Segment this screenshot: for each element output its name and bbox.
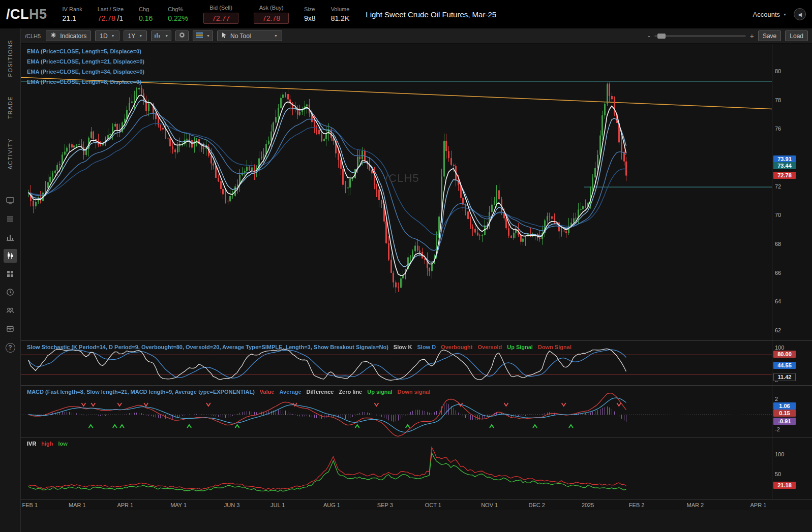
axis-tick-label: 68 [775, 241, 781, 247]
time-axis: FEB 1MAR 1APR 1MAY 1JUN 3JUL 1AUG 1SEP 3… [21, 499, 812, 510]
macd-panel: MACD (Fast length=8, Slow length=21, MAC… [21, 385, 812, 437]
axis-tick-label: 62 [775, 327, 781, 333]
sidebar-tab-trade[interactable]: TRADE [7, 96, 13, 119]
zoom-in-button[interactable]: + [750, 32, 754, 40]
time-axis-label: JUL 1 [270, 502, 285, 508]
chevron-down-icon: ▼ [139, 34, 142, 38]
axis-price-badge: 73.91 [773, 155, 796, 163]
legend-item: Overbought [441, 344, 472, 350]
macd-axis[interactable]: 2-21.060.15-0.91 [772, 386, 812, 437]
chg-pct-value: 0.22% [168, 14, 188, 22]
iv-rank-field: IV Rank 21.1 [63, 6, 82, 22]
chart-gadget: /CLH5 Indicators 1D▼ 1Y▼ ▼ [20, 28, 812, 532]
zoom-out-button[interactable]: - [648, 32, 650, 40]
legend-item: Slow K [394, 344, 412, 350]
ivr-study-row: IVRhighlow [27, 441, 68, 447]
zoom-control: - + [648, 32, 754, 40]
ema-34-label[interactable]: EMA (Price=CLOSE, Length=34, Displace=0) [27, 69, 144, 75]
bar-chart-icon[interactable] [4, 231, 17, 244]
axis-tick-label: 100 [775, 345, 784, 351]
chart-layout-dropdown[interactable]: ▼ [193, 30, 213, 41]
chg-pct-field: Chg% 0.22% [168, 6, 188, 22]
time-axis-label: SEP 3 [377, 502, 393, 508]
study-labels: EMA (Price=CLOSE, Length=5, Displace=0) … [27, 48, 144, 89]
list-icon[interactable] [4, 212, 17, 226]
ask-button[interactable]: 72.78 [254, 13, 289, 24]
sidebar-tab-positions[interactable]: POSITIONS [7, 40, 13, 77]
bid-button[interactable]: 72.77 [203, 13, 238, 24]
save-button[interactable]: Save [758, 30, 781, 41]
time-axis-label: OCT 1 [425, 502, 441, 508]
symbol-watermark: /CLH5 [385, 172, 419, 185]
drawing-tool-dropdown[interactable]: No Tool ▼ [217, 30, 282, 41]
help-icon[interactable]: ? [6, 343, 15, 353]
price-axis[interactable]: 8078767472706866646273.9173.4472.78 [772, 44, 812, 340]
symbol-root: /CL [6, 7, 29, 22]
aggregation-dropdown[interactable]: 1D▼ [95, 30, 119, 41]
gear-icon [178, 32, 186, 40]
axis-tick-label: 76 [775, 126, 781, 132]
price-panel: EMA (Price=CLOSE, Length=5, Displace=0) … [21, 44, 812, 340]
stochastic-study-label[interactable]: Slow Stochastic (K Period=14, D Period=9… [27, 344, 388, 350]
time-axis-label: MAR 2 [687, 502, 704, 508]
legend-item: low [58, 441, 68, 447]
sidebar-tab-activity[interactable]: ACTIVITY [7, 138, 13, 170]
grid-icon[interactable] [4, 267, 17, 281]
stochastic-study-row: Slow Stochastic (K Period=14, D Period=9… [27, 344, 572, 350]
legend-item: Down signal [398, 389, 431, 395]
macd-study-label[interactable]: MACD (Fast length=8, Slow length=21, MAC… [27, 389, 255, 395]
load-button[interactable]: Load [785, 30, 808, 41]
legend-item: Value [260, 389, 275, 395]
chevron-down-icon: ▼ [165, 34, 168, 38]
axis-price-badge: 72.78 [773, 172, 796, 179]
chart-settings-button[interactable] [175, 30, 189, 41]
legend-item: high [41, 441, 53, 447]
clock-icon[interactable] [4, 286, 17, 299]
indicators-button[interactable]: Indicators [46, 30, 91, 41]
axis-tick-label: 100 [775, 451, 784, 457]
range-dropdown[interactable]: 1Y▼ [124, 30, 147, 41]
ivr-canvas[interactable] [21, 437, 772, 499]
axis-tick-label: 72 [775, 183, 781, 190]
chart-type-dropdown[interactable]: ▼ [151, 30, 171, 41]
last-size-value: 72.78 /1 [98, 14, 124, 22]
left-sidebar: POSITIONS TRADE ACTIVITY [0, 28, 20, 532]
axis-tick-label: 70 [775, 212, 781, 218]
axis-tick-label: 80 [775, 68, 781, 74]
monitor-icon[interactable] [4, 194, 17, 208]
size-field: Size 9x8 [304, 6, 316, 22]
zoom-slider[interactable] [654, 35, 746, 37]
cursor-icon [222, 32, 227, 40]
ema-21-label[interactable]: EMA (Price=CLOSE, Length=21, Displace=0) [27, 58, 144, 65]
axis-price-badge: 80.00 [773, 351, 796, 358]
axis-tick-label: 66 [775, 270, 781, 276]
stochastic-axis[interactable]: 100080.0044.5511.42 [772, 341, 812, 385]
legend-item: Oversold [478, 344, 502, 350]
chart-symbol-label: /CLH5 [25, 33, 41, 39]
chevron-down-icon: ▼ [783, 13, 787, 16]
chg-pct-label: Chg% [168, 6, 183, 12]
axis-tick-label: 78 [775, 97, 781, 103]
ivr-axis[interactable]: 1005021.18 [772, 437, 812, 499]
sidebar-icon-rail [4, 194, 17, 336]
chg-value: 0.16 [139, 14, 153, 22]
ema-5-label[interactable]: EMA (Price=CLOSE, Length=5, Displace=0) [27, 48, 144, 54]
quote-header: /CLH5 IV Rank 21.1 Last / Size 72.78 /1 … [0, 0, 812, 28]
zoom-slider-thumb[interactable] [657, 34, 666, 39]
chevron-down-icon: ▼ [206, 34, 210, 38]
axis-price-badge: 1.06 [773, 402, 796, 410]
chg-label: Chg [139, 6, 149, 12]
axis-price-badge: 21.18 [773, 482, 796, 489]
users-icon[interactable] [4, 304, 17, 318]
legend-item: Difference [307, 389, 334, 395]
chart-area: EMA (Price=CLOSE, Length=5, Displace=0) … [21, 44, 812, 510]
collapse-header-button[interactable]: ◀ [794, 8, 806, 20]
accounts-dropdown[interactable]: Accounts▼ [753, 11, 787, 18]
layout-rows-icon [196, 32, 203, 40]
candlestick-chart-icon[interactable] [4, 249, 17, 263]
archive-box-icon[interactable] [4, 322, 17, 336]
time-axis-label: APR 1 [117, 502, 133, 508]
ema-8-label[interactable]: EMA (Price=CLOSE, Length=8, Displace=0) [27, 79, 144, 85]
ivr-study-label[interactable]: IVR [27, 441, 36, 447]
legend-item: Up Signal [507, 344, 533, 350]
